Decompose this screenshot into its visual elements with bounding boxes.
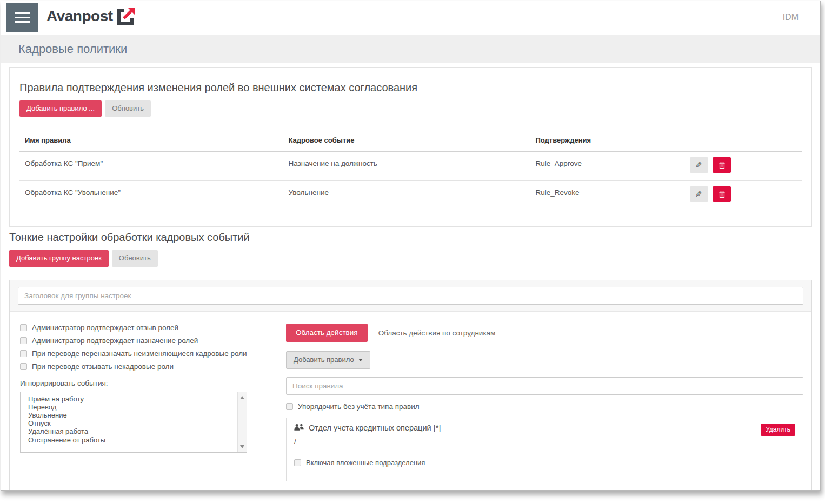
hamburger-icon (15, 12, 30, 14)
brand-logo[interactable]: Avanpost (46, 7, 135, 25)
scroll-down-icon[interactable] (240, 445, 244, 448)
listbox-scrollbar[interactable] (237, 392, 247, 452)
department-path: / (294, 438, 795, 446)
checkbox-input[interactable] (294, 459, 301, 466)
edit-rule-button[interactable]: ✎ (690, 186, 708, 202)
list-item[interactable]: Отстранение от работы (28, 436, 234, 444)
rule-name-cell: Обработка КС "Прием" (19, 151, 283, 181)
brand-arrow-icon (116, 7, 135, 25)
brand-name: Avanpost (46, 8, 113, 25)
trash-icon (718, 161, 726, 169)
settings-group-header (10, 280, 811, 312)
app-header: Avanpost IDM (1, 1, 820, 35)
department-title: Отдел учета кредитных операций [*] (294, 424, 761, 432)
scope-description: Область действия по сотрудникам (378, 329, 496, 337)
app-window: Avanpost IDM Кадровые политики Правила п… (1, 1, 821, 491)
table-header-row: Имя правила Кадровое событие Подтвержден… (19, 133, 802, 151)
checkbox-input[interactable] (286, 403, 293, 410)
pencil-icon: ✎ (695, 160, 702, 170)
checkbox-transfer-reassign[interactable]: При переводе переназначать неизменяющиес… (20, 350, 272, 358)
ignore-events-label: Игноририровать события: (20, 379, 272, 387)
page-title-bar: Кадровые политики (1, 35, 820, 63)
scroll-up-icon[interactable] (240, 396, 244, 399)
column-header-name: Имя правила (19, 133, 283, 151)
menu-button[interactable] (6, 3, 38, 32)
list-item[interactable]: Приём на работу (28, 395, 234, 403)
settings-group-panel: Администратор подтверждает отзыв ролей А… (9, 280, 812, 491)
checkbox-transfer-revoke[interactable]: При переводе отзывать некадровые роли (20, 362, 272, 371)
rule-search-input[interactable] (286, 377, 803, 395)
checkbox-input[interactable] (20, 363, 27, 370)
page-title: Кадровые политики (18, 42, 127, 56)
product-label: IDM (783, 12, 799, 22)
delete-rule-button[interactable] (713, 157, 731, 173)
column-header-confirmation: Подтверждения (530, 133, 684, 151)
approval-rules-panel: Правила подтверждения изменения ролей во… (9, 67, 812, 227)
list-item[interactable]: Удалённая работа (28, 427, 234, 435)
column-header-actions (684, 133, 802, 151)
add-rule-button[interactable]: Добавить правило ... (19, 100, 102, 117)
rule-event-cell: Назначение на должность (283, 151, 530, 181)
edit-rule-button[interactable]: ✎ (690, 157, 708, 173)
delete-department-button[interactable]: Удалить (761, 424, 795, 436)
delete-rule-button[interactable] (713, 186, 731, 202)
users-icon (294, 424, 305, 432)
checkbox-admin-confirms-revoke[interactable]: Администратор подтверждает отзыв ролей (20, 324, 272, 332)
pencil-icon: ✎ (695, 190, 702, 199)
checkbox-input[interactable] (20, 350, 27, 357)
checkbox-input[interactable] (20, 337, 27, 344)
ignore-events-listbox[interactable]: Приём на работу Перевод Увольнение Отпус… (20, 392, 247, 453)
checkbox-order-without-type[interactable]: Упорядочить без учёта типа правил (286, 402, 803, 411)
table-row: Обработка КС "Увольнение" Увольнение Rul… (19, 181, 802, 210)
group-title-input[interactable] (18, 287, 803, 305)
list-item[interactable]: Перевод (28, 403, 234, 411)
add-settings-group-button[interactable]: Добавить группу настроек (9, 250, 109, 266)
refresh-settings-button[interactable]: Обновить (112, 250, 158, 266)
trash-icon (718, 190, 726, 198)
settings-left-column: Администратор подтверждает отзыв ролей А… (18, 324, 272, 481)
main-content: Правила подтверждения изменения ролей во… (1, 63, 820, 491)
add-rule-dropdown-button[interactable]: Добавить правило (286, 351, 370, 368)
approval-rules-table: Имя правила Кадровое событие Подтвержден… (19, 133, 802, 210)
rule-confirmation-cell: Rule_Approve (530, 151, 684, 181)
rule-confirmation-cell: Rule_Revoke (530, 181, 684, 210)
department-card: Отдел учета кредитных операций [*] Удали… (286, 418, 803, 481)
approval-rules-title: Правила подтверждения изменения ролей во… (19, 82, 802, 94)
scope-button[interactable]: Область действия (286, 324, 368, 342)
chevron-down-icon (358, 359, 363, 361)
checkbox-input[interactable] (20, 324, 27, 331)
list-item[interactable]: Увольнение (28, 411, 234, 419)
list-item[interactable]: Отпуск (28, 419, 234, 427)
rule-event-cell: Увольнение (283, 181, 530, 210)
column-header-event: Кадровое событие (283, 133, 530, 151)
refresh-rules-button[interactable]: Обновить (105, 100, 151, 117)
checkbox-include-nested[interactable]: Включая вложенные подразделения (294, 459, 795, 467)
fine-settings-title: Тонкие настройки обработки кадровых собы… (9, 231, 812, 244)
settings-right-column: Область действия Область действия по сот… (272, 324, 803, 481)
rule-name-cell: Обработка КС "Увольнение" (19, 181, 283, 210)
checkbox-admin-confirms-assign[interactable]: Администратор подтверждает назначение ро… (20, 337, 272, 345)
table-row: Обработка КС "Прием" Назначение на должн… (19, 151, 802, 181)
